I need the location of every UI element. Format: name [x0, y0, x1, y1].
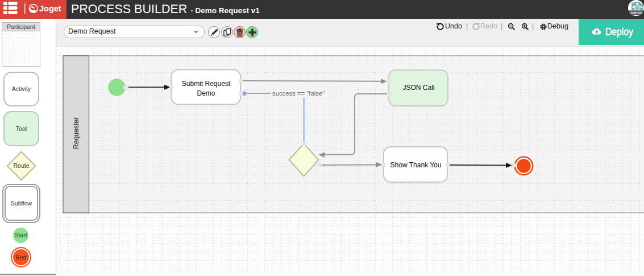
svg-text:Show Thank You: Show Thank You [390, 161, 442, 169]
svg-text:Requester: Requester [72, 117, 80, 149]
svg-text:Submit Request: Submit Request [182, 80, 231, 88]
svg-text:success == "false": success == "false" [272, 90, 325, 97]
svg-text:Demo: Demo [197, 89, 215, 97]
svg-text:Joget: Joget [39, 4, 61, 13]
svg-text:JSON Call: JSON Call [402, 84, 434, 92]
svg-text:admin: admin [630, 10, 642, 15]
